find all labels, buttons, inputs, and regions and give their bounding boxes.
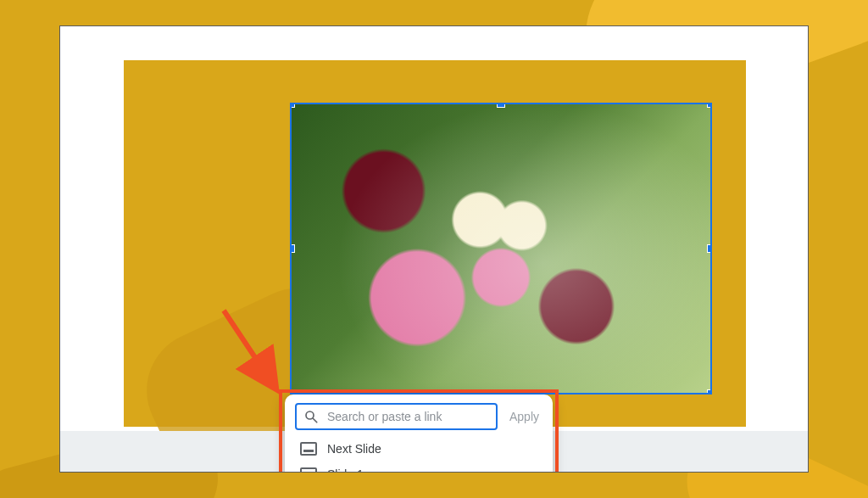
resize-handle-top-right[interactable]: [707, 103, 712, 108]
slide-icon: [300, 442, 317, 456]
resize-handle-top-left[interactable]: [290, 103, 295, 108]
editor-panel: Apply Next Slide Slide 1: [59, 25, 809, 473]
svg-point-1: [306, 411, 314, 419]
selected-image[interactable]: [290, 103, 712, 394]
resize-handle-top[interactable]: [497, 103, 505, 108]
link-search-row: Apply: [295, 403, 542, 430]
resize-handle-left[interactable]: [290, 244, 295, 253]
resize-handle-right[interactable]: [707, 244, 712, 253]
link-search-box[interactable]: [295, 403, 498, 430]
link-option-next-slide[interactable]: Next Slide: [295, 439, 542, 459]
link-search-input[interactable]: [326, 409, 489, 424]
roses-image: [292, 104, 710, 393]
apply-button[interactable]: Apply: [506, 405, 542, 428]
resize-handle-bottom-right[interactable]: [707, 389, 712, 394]
slide-canvas[interactable]: [124, 60, 746, 427]
link-option-label: Next Slide: [327, 442, 381, 456]
search-icon: [303, 409, 319, 424]
insert-link-popup: Apply Next Slide Slide 1: [285, 394, 553, 473]
slide-icon: [300, 467, 317, 473]
link-option-slide-1[interactable]: Slide 1: [295, 464, 542, 473]
link-suggestions-list: Next Slide Slide 1: [295, 439, 542, 473]
svg-line-2: [313, 418, 317, 422]
link-option-label: Slide 1: [327, 467, 364, 473]
